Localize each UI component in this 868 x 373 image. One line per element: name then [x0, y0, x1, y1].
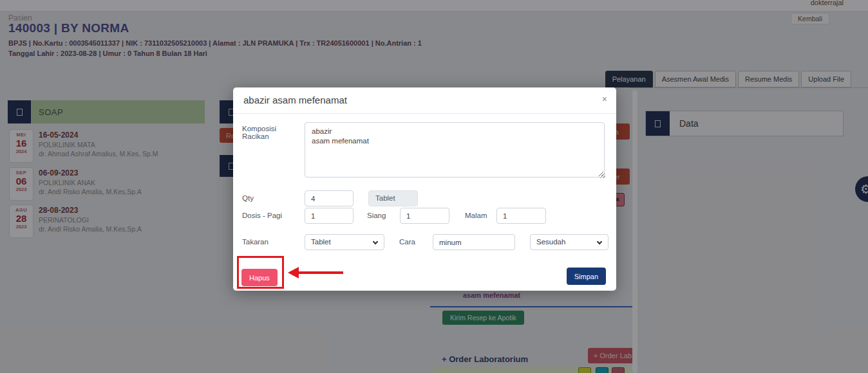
komposisi-label: Komposisi Racikan [242, 125, 276, 140]
takaran-selected-value: Tablet [311, 238, 331, 246]
dosis-pagi-label: Dosis - Pagi [242, 212, 282, 219]
close-icon[interactable]: × [602, 94, 607, 104]
siang-label: Siang [367, 212, 386, 219]
takaran-label: Takaran [242, 238, 269, 246]
modal-header-divider [233, 113, 616, 114]
malam-label: Malam [465, 212, 487, 219]
qty-label: Qty [242, 194, 254, 202]
annotation-arrow-shaft [298, 271, 343, 274]
annotation-highlight-box [237, 256, 284, 289]
qty-input[interactable] [305, 190, 354, 206]
komposisi-textarea[interactable]: abazir asam mefenamat [305, 122, 605, 177]
qty-unit-field: Tablet [368, 190, 418, 206]
dosis-siang-input[interactable] [400, 208, 449, 224]
annotation-arrow-icon [288, 267, 299, 278]
waktu-selected-value: Sesudah [536, 238, 565, 246]
simpan-button[interactable]: Simpan [567, 268, 606, 285]
chevron-down-icon [597, 239, 602, 244]
cara-input[interactable] [433, 234, 515, 250]
racikan-modal: abazir asam mefenamat × Komposisi Racika… [233, 87, 616, 291]
modal-title: abazir asam mefenamat [243, 87, 347, 113]
app-screen: dokterrajal Kembali Pasien 140003 | BY N… [0, 0, 868, 373]
dosis-malam-input[interactable] [496, 208, 546, 224]
waktu-select[interactable]: Sesudah [530, 234, 609, 250]
takaran-select[interactable]: Tablet [305, 234, 384, 250]
dosis-pagi-input[interactable] [305, 208, 354, 224]
cara-label: Cara [399, 238, 415, 246]
chevron-down-icon [373, 239, 378, 244]
